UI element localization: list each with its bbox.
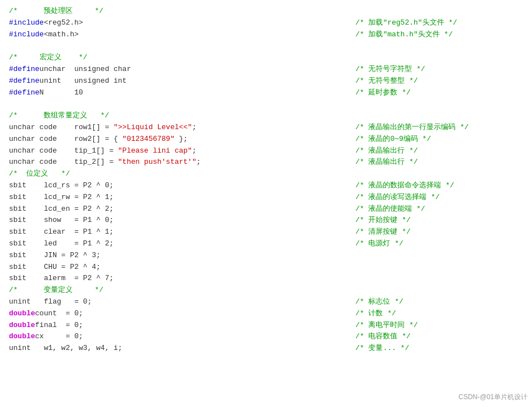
code-comment: /* 液晶的使能端 */ bbox=[344, 204, 523, 215]
code-content: /* 预处理区 */#include <reg52.h>/* 加载"reg52.… bbox=[9, 6, 523, 354]
code-line: unchar code row1[] = ">>Liquid Level<<";… bbox=[9, 122, 523, 134]
code-comment: /* 计数 */ bbox=[344, 308, 523, 320]
code-line: double count = 0;/* 计数 */ bbox=[9, 308, 523, 320]
code-line: sbit CHU = P2 ^ 4; bbox=[9, 262, 523, 273]
code-left: double cx = 0; bbox=[9, 331, 344, 343]
code-line: unchar code tip_2[] = "then push'start'"… bbox=[9, 157, 523, 168]
code-line: #include <reg52.h>/* 加载"reg52.h"头文件 */ bbox=[9, 17, 523, 29]
code-left: sbit lcd_rw = P2 ^ 1; bbox=[9, 192, 344, 204]
code-line: /* 宏定义 */ bbox=[9, 52, 523, 64]
code-left: sbit lcd_rs = P2 ^ 0; bbox=[9, 180, 344, 192]
code-left: sbit led = P1 ^ 2; bbox=[9, 238, 344, 250]
code-left: sbit alerm = P2 ^ 7; bbox=[9, 273, 344, 285]
code-comment: /* 液晶输出行 */ bbox=[344, 157, 523, 168]
code-left: sbit lcd_en = P2 ^ 2; bbox=[9, 204, 344, 215]
code-line: unint w1, w2, w3, w4, i;/* 变量... */ bbox=[9, 343, 523, 354]
code-line: /* 变量定义 */ bbox=[9, 285, 523, 296]
code-comment: /* 开始按键 */ bbox=[344, 215, 523, 226]
code-line: sbit alerm = P2 ^ 7; bbox=[9, 273, 523, 285]
code-comment: /* 液晶的数据命令选择端 */ bbox=[344, 180, 523, 192]
code-comment bbox=[344, 250, 523, 262]
code-comment: /* 电容数值 */ bbox=[344, 331, 523, 343]
code-comment: /* 无符号整型 */ bbox=[344, 75, 523, 87]
code-left: #include <math.h> bbox=[9, 29, 344, 41]
code-left: sbit CHU = P2 ^ 4; bbox=[9, 262, 344, 273]
code-comment: /* 液晶的0~9编码 */ bbox=[344, 134, 523, 145]
code-line: sbit clear = P1 ^ 1;/* 清屏按键 */ bbox=[9, 226, 523, 238]
code-left: sbit show = P1 ^ 0; bbox=[9, 215, 344, 226]
code-line: unint flag = 0;/* 标志位 */ bbox=[9, 296, 523, 308]
code-line: #define unint unsigned int/* 无符号整型 */ bbox=[9, 75, 523, 87]
code-left: unchar code tip_2[] = "then push'start'"… bbox=[9, 157, 344, 168]
code-left: double count = 0; bbox=[9, 308, 344, 320]
code-line: #define N 10/* 延时参数 */ bbox=[9, 87, 523, 99]
code-comment: /* 标志位 */ bbox=[344, 296, 523, 308]
code-comment: /* 液晶输出行 */ bbox=[344, 145, 523, 157]
code-line: unchar code tip_1[] = "Please lini cap";… bbox=[9, 145, 523, 157]
code-comment bbox=[344, 273, 523, 285]
code-left: #include <reg52.h> bbox=[9, 17, 344, 29]
code-left: unint flag = 0; bbox=[9, 296, 344, 308]
code-line: sbit lcd_rs = P2 ^ 0;/* 液晶的数据命令选择端 */ bbox=[9, 180, 523, 192]
code-left: #define N 10 bbox=[9, 87, 344, 99]
code-comment: /* 延时参数 */ bbox=[344, 87, 523, 99]
code-line: sbit show = P1 ^ 0;/* 开始按键 */ bbox=[9, 215, 523, 226]
watermark-label: CSDN-@01单片机设计 bbox=[458, 392, 528, 403]
code-left: #define unint unsigned int bbox=[9, 75, 344, 87]
code-comment: /* 离电平时间 */ bbox=[344, 320, 523, 332]
code-line: #include <math.h>/* 加载"math.h"头文件 */ bbox=[9, 29, 523, 41]
code-line: #define unchar unsigned char/* 无符号字符型 */ bbox=[9, 64, 523, 75]
code-left: /* 数组常量定义 */ bbox=[9, 110, 344, 122]
code-comment: /* 电源灯 */ bbox=[344, 238, 523, 250]
code-left: /* 变量定义 */ bbox=[9, 285, 344, 296]
code-left: unchar code tip_1[] = "Please lini cap"; bbox=[9, 145, 344, 157]
code-comment: /* 无符号字符型 */ bbox=[344, 64, 523, 75]
code-line bbox=[9, 98, 523, 110]
code-left: /* 位定义 */ bbox=[9, 168, 344, 180]
code-line bbox=[9, 40, 523, 52]
code-line: sbit lcd_rw = P2 ^ 1;/* 液晶的读写选择端 */ bbox=[9, 192, 523, 204]
code-line: sbit lcd_en = P2 ^ 2;/* 液晶的使能端 */ bbox=[9, 204, 523, 215]
code-line: /* 数组常量定义 */ bbox=[9, 110, 523, 122]
code-left: sbit clear = P1 ^ 1; bbox=[9, 226, 344, 238]
code-comment: /* 加载"math.h"头文件 */ bbox=[344, 29, 523, 41]
code-left: #define unchar unsigned char bbox=[9, 64, 344, 75]
code-comment: /* 液晶的读写选择端 */ bbox=[344, 192, 523, 204]
code-comment bbox=[344, 285, 523, 296]
code-left: unchar code row1[] = ">>Liquid Level<<"; bbox=[9, 122, 344, 134]
code-left: double final = 0; bbox=[9, 320, 344, 332]
code-left: sbit JIN = P2 ^ 3; bbox=[9, 250, 344, 262]
code-comment bbox=[344, 168, 523, 180]
code-line: double cx = 0;/* 电容数值 */ bbox=[9, 331, 523, 343]
code-line: sbit led = P1 ^ 2;/* 电源灯 */ bbox=[9, 238, 523, 250]
code-line: /* 位定义 */ bbox=[9, 168, 523, 180]
code-left: /* 宏定义 */ bbox=[9, 52, 344, 64]
code-left: /* 预处理区 */ bbox=[9, 6, 344, 17]
code-comment: /* 液晶输出的第一行显示编码 */ bbox=[344, 122, 523, 134]
code-comment bbox=[344, 6, 523, 17]
code-comment: /* 清屏按键 */ bbox=[344, 226, 523, 238]
code-comment bbox=[344, 262, 523, 273]
code-left: unchar code row2[] = { "0123456789" }; bbox=[9, 134, 344, 145]
code-comment: /* 变量... */ bbox=[344, 343, 523, 354]
code-line: double final = 0;/* 离电平时间 */ bbox=[9, 320, 523, 332]
code-comment: /* 加载"reg52.h"头文件 */ bbox=[344, 17, 523, 29]
code-comment bbox=[344, 52, 523, 64]
code-editor: /* 预处理区 */#include <reg52.h>/* 加载"reg52.… bbox=[0, 0, 532, 407]
code-line: unchar code row2[] = { "0123456789" };/*… bbox=[9, 134, 523, 145]
code-comment bbox=[344, 110, 523, 122]
code-left: unint w1, w2, w3, w4, i; bbox=[9, 343, 344, 354]
code-line: sbit JIN = P2 ^ 3; bbox=[9, 250, 523, 262]
code-line: /* 预处理区 */ bbox=[9, 6, 523, 17]
